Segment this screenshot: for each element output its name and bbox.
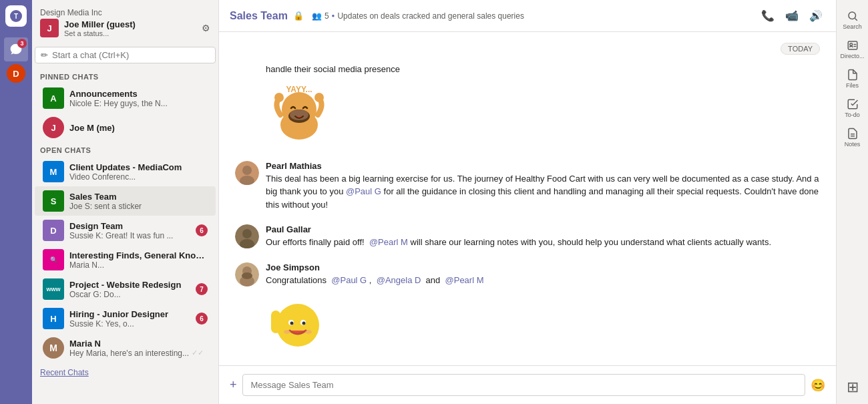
maria-n-preview: Hey Maria, here's an interesting... ✓✓ xyxy=(69,349,208,358)
emoji-icon[interactable]: 😊 xyxy=(811,378,825,393)
open-chat-maria-n[interactable]: M Maria N Hey Maria, here's an interesti… xyxy=(35,333,216,363)
client-updates-content: Client Updates - MediaCom Video Conferen… xyxy=(69,162,208,182)
right-notes-btn[interactable]: Notes xyxy=(841,126,865,150)
volume-icon[interactable]: 🔊 xyxy=(807,7,825,25)
design-team-avatar: D xyxy=(43,220,64,241)
sticker-yayy-container: YAYY... xyxy=(266,81,820,150)
mention-pearl-m: @Pearl M xyxy=(369,237,408,247)
right-icon-bar: Search Directo... Files To-do Notes xyxy=(836,0,868,404)
maria-n-avatar: M xyxy=(43,337,64,359)
chat-description: Updates on deals cracked and general sal… xyxy=(337,11,524,21)
chat-header-actions: 📞 📹 🔊 xyxy=(758,7,825,25)
open-chat-interesting-finds[interactable]: 🔍 Interesting Finds, General Knowledge M… xyxy=(35,245,216,274)
recent-chats-link[interactable]: Recent Chats xyxy=(32,363,218,383)
today-label: TODAY xyxy=(781,43,820,55)
user-row: J Joe Miller (guest) Set a status... ⚙ xyxy=(40,19,210,37)
pinned-chat-joem[interactable]: J Joe M (me) xyxy=(35,113,216,142)
pinned-chat-announcements[interactable]: A Announcements Nicole E: Hey guys, the … xyxy=(35,83,216,113)
right-search-label: Search xyxy=(843,23,862,30)
joem-content: Joe M (me) xyxy=(69,123,208,133)
open-chat-hiring[interactable]: H Hiring - Junior Designer Sussie K: Yes… xyxy=(35,304,216,333)
app-sidebar: T 3 D xyxy=(0,0,32,404)
right-files-btn[interactable]: Files xyxy=(841,67,865,91)
sticker-thumbsup-container xyxy=(266,292,820,354)
interesting-finds-avatar: 🔍 xyxy=(43,249,64,270)
interesting-finds-name: Interesting Finds, General Knowledge xyxy=(69,250,208,260)
more-apps-icon[interactable]: ⊞ xyxy=(847,379,859,396)
announcements-preview: Nicole E: Hey guys, the N... xyxy=(69,99,208,108)
voice-call-icon[interactable]: 📞 xyxy=(758,7,777,25)
maria-n-content: Maria N Hey Maria, here's an interesting… xyxy=(69,339,208,358)
website-redesign-avatar: www xyxy=(43,278,64,300)
svg-point-18 xyxy=(242,272,252,279)
paul-sender: Paul Gallar xyxy=(266,224,820,234)
right-search-btn[interactable]: Search xyxy=(841,8,865,32)
org-name: Design Media Inc xyxy=(40,8,210,17)
members-info: 👥 5 ● Updates on deals cracked and gener… xyxy=(312,11,524,21)
svg-point-10 xyxy=(242,166,252,175)
open-chat-client-updates[interactable]: M Client Updates - MediaCom Video Confer… xyxy=(35,157,216,186)
message-input-area: + 😊 xyxy=(219,365,836,404)
svg-rect-28 xyxy=(848,41,857,49)
design-team-name: Design Team xyxy=(69,221,190,231)
svg-point-24 xyxy=(302,322,306,325)
right-directory-btn[interactable]: Directo... xyxy=(841,37,865,61)
hiring-name: Hiring - Junior Designer xyxy=(69,309,190,319)
user-name-row: Joe Miller (guest) Set a status... xyxy=(64,19,136,37)
nav-chat-icon[interactable]: 3 xyxy=(4,37,28,61)
video-call-icon[interactable]: 📹 xyxy=(783,7,801,25)
chat-list-panel: Design Media Inc J Joe Miller (guest) Se… xyxy=(32,0,219,404)
open-chat-sales-team[interactable]: S Sales Team Joe S: sent a sticker xyxy=(35,186,216,216)
announcements-avatar: A xyxy=(43,87,64,109)
add-attachment-icon[interactable]: + xyxy=(230,378,237,392)
joe-simpson-text: Congratulations @Paul G , @Angela D and … xyxy=(266,274,820,287)
main-chat: Sales Team 🔒 👥 5 ● Updates on deals crac… xyxy=(219,0,836,404)
chat-list-header: Design Media Inc J Joe Miller (guest) Se… xyxy=(32,0,218,47)
right-notes-label: Notes xyxy=(845,141,861,148)
messages-area[interactable]: TODAY handle their social media presence xyxy=(219,32,836,365)
right-todo-label: To-do xyxy=(845,112,860,118)
hiring-avatar: H xyxy=(43,308,64,329)
svg-point-29 xyxy=(849,43,852,46)
message-paul: Paul Gallar Our efforts finally paid off… xyxy=(235,224,820,249)
paul-text: Our efforts finally paid off! @Pearl M w… xyxy=(266,236,820,249)
today-divider: TODAY xyxy=(235,43,820,55)
hiring-badge: 6 xyxy=(196,313,208,325)
svg-point-6 xyxy=(274,93,284,102)
interesting-finds-preview: Maria N... xyxy=(69,260,208,270)
mention-pearl-m2: @Pearl M xyxy=(445,275,484,285)
sales-team-content: Sales Team Joe S: sent a sticker xyxy=(69,192,208,211)
svg-text:YAYY...: YAYY... xyxy=(286,85,312,94)
member-count: 5 xyxy=(324,11,329,21)
user-avatar: J xyxy=(40,19,59,37)
website-redesign-name: Project - Website Redesign xyxy=(69,280,190,290)
search-input[interactable] xyxy=(52,50,210,60)
app-logo: T xyxy=(5,5,27,27)
open-chats-label: OPEN CHATS xyxy=(32,142,218,157)
lock-icon: 🔒 xyxy=(293,11,304,21)
pearl-text: This deal has been a big learning exerci… xyxy=(266,172,820,212)
client-updates-name: Client Updates - MediaCom xyxy=(69,162,208,172)
svg-point-27 xyxy=(849,12,856,19)
svg-point-26 xyxy=(305,330,312,334)
design-team-preview: Sussie K: Great! It was fun ... xyxy=(69,231,190,240)
settings-icon[interactable]: ⚙ xyxy=(202,23,210,33)
user-status: Set a status... xyxy=(64,29,136,37)
dot-separator: ● xyxy=(332,13,335,19)
right-todo-btn[interactable]: To-do xyxy=(841,96,865,120)
chat-badge: 3 xyxy=(17,39,27,48)
mention-paul-g: @Paul G xyxy=(346,186,381,196)
chat-title: Sales Team xyxy=(230,10,288,22)
client-updates-avatar: M xyxy=(43,161,64,182)
sales-team-avatar: S xyxy=(43,190,64,212)
pinned-chats-label: PINNED CHATS xyxy=(32,69,218,83)
continuation-text: handle their social media presence xyxy=(266,63,820,76)
sales-team-preview: Joe S: sent a sticker xyxy=(69,202,208,211)
open-chat-design-team[interactable]: D Design Team Sussie K: Great! It was fu… xyxy=(35,216,216,245)
svg-point-7 xyxy=(314,93,324,102)
svg-point-23 xyxy=(290,322,294,325)
client-updates-preview: Video Conferenc... xyxy=(69,172,208,182)
message-input[interactable] xyxy=(242,374,805,396)
search-bar: ✏ xyxy=(35,47,216,63)
open-chat-website-redesign[interactable]: www Project - Website Redesign Oscar G: … xyxy=(35,274,216,304)
